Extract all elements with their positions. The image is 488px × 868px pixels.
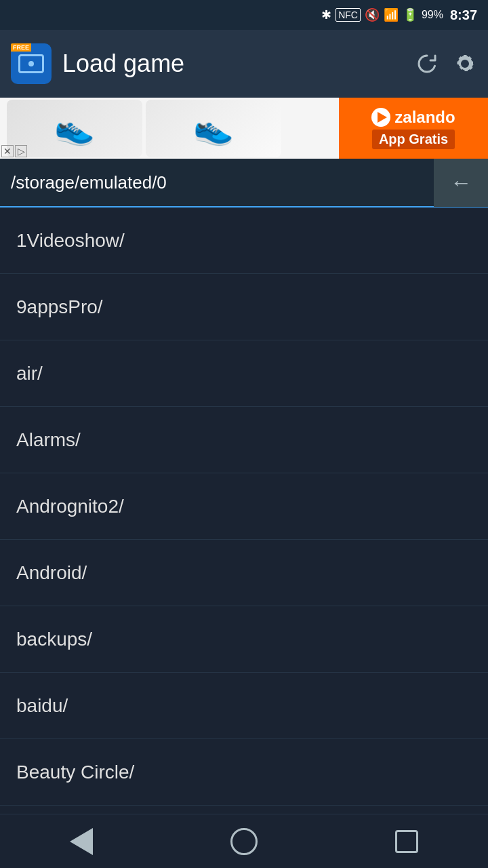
file-name: baidu/ — [16, 695, 68, 717]
nav-home-button[interactable] — [224, 821, 264, 862]
file-name: 1Videoshow/ — [16, 230, 125, 252]
list-item[interactable]: backups/ — [0, 606, 488, 673]
status-bar: ✱ NFC 🔇 📶 🔋 99% 8:37 — [0, 0, 488, 30]
bluetooth-icon: ✱ — [321, 7, 331, 22]
ad-brand-area: zalando App Gratis — [339, 98, 488, 159]
back-directory-button[interactable]: ← — [434, 158, 488, 207]
file-list: 1Videoshow/ 9appsPro/ air/ Alarms/ Andro… — [0, 208, 488, 806]
file-name: backups/ — [16, 629, 92, 650]
ad-close-area: ✕ ▷ — [1, 145, 27, 157]
list-item[interactable]: Alarms/ — [0, 407, 488, 473]
nav-back-button[interactable] — [61, 821, 102, 862]
app-icon-dot — [28, 61, 34, 66]
nav-recent-icon — [395, 830, 418, 853]
free-badge: FREE — [11, 43, 31, 52]
ad-shoes-area: 👟 👟 — [0, 98, 339, 159]
status-icons: ✱ NFC 🔇 📶 🔋 99% 8:37 — [321, 7, 477, 23]
mute-icon: 🔇 — [365, 7, 380, 22]
app-bar: FREE Load game — [0, 30, 488, 98]
status-time: 8:37 — [450, 7, 477, 23]
ad-play-icon — [371, 108, 390, 127]
ad-brand-name: zalando — [394, 108, 455, 127]
file-name: Beauty Circle/ — [16, 762, 134, 783]
settings-button[interactable] — [453, 52, 477, 76]
file-name: air/ — [16, 363, 43, 384]
app-icon-inner — [18, 54, 44, 73]
battery-icon: 🔋 — [403, 7, 418, 22]
shoe-right-image: 👟 — [146, 100, 281, 157]
nav-back-icon — [70, 828, 93, 855]
settings-icon — [453, 52, 477, 76]
list-item[interactable]: 9appsPro/ — [0, 274, 488, 340]
file-name: Andrognito2/ — [16, 496, 124, 517]
nav-bar — [0, 814, 488, 868]
ad-info-button[interactable]: ▷ — [15, 145, 27, 157]
file-name: Android/ — [16, 562, 87, 584]
file-name: Alarms/ — [16, 429, 81, 451]
page-title: Load game — [62, 50, 404, 78]
nav-home-icon — [230, 828, 258, 855]
list-item[interactable]: Android/ — [0, 540, 488, 606]
ad-brand-logo: zalando — [371, 108, 455, 127]
ad-sub-text: App Gratis — [372, 130, 455, 149]
path-input[interactable] — [0, 159, 434, 206]
shoe-left-image: 👟 — [7, 100, 142, 157]
ad-banner[interactable]: 👟 👟 zalando App Gratis ✕ ▷ — [0, 98, 488, 159]
list-item[interactable]: Andrognito2/ — [0, 473, 488, 540]
list-item[interactable]: Beauty Circle/ — [0, 739, 488, 806]
refresh-icon — [415, 52, 439, 76]
refresh-button[interactable] — [415, 52, 439, 76]
app-bar-actions — [415, 52, 477, 76]
app-icon: FREE — [11, 43, 52, 84]
nfc-icon: NFC — [336, 8, 361, 22]
list-item[interactable]: 1Videoshow/ — [0, 208, 488, 274]
nav-recent-button[interactable] — [386, 821, 427, 862]
ad-close-button[interactable]: ✕ — [1, 145, 14, 157]
wifi-icon: 📶 — [384, 7, 399, 22]
list-item[interactable]: air/ — [0, 340, 488, 407]
back-arrow-icon: ← — [450, 170, 472, 195]
path-bar: ← — [0, 159, 488, 208]
file-name: 9appsPro/ — [16, 296, 103, 318]
list-item[interactable]: baidu/ — [0, 673, 488, 739]
battery-percent: 99% — [422, 9, 443, 21]
